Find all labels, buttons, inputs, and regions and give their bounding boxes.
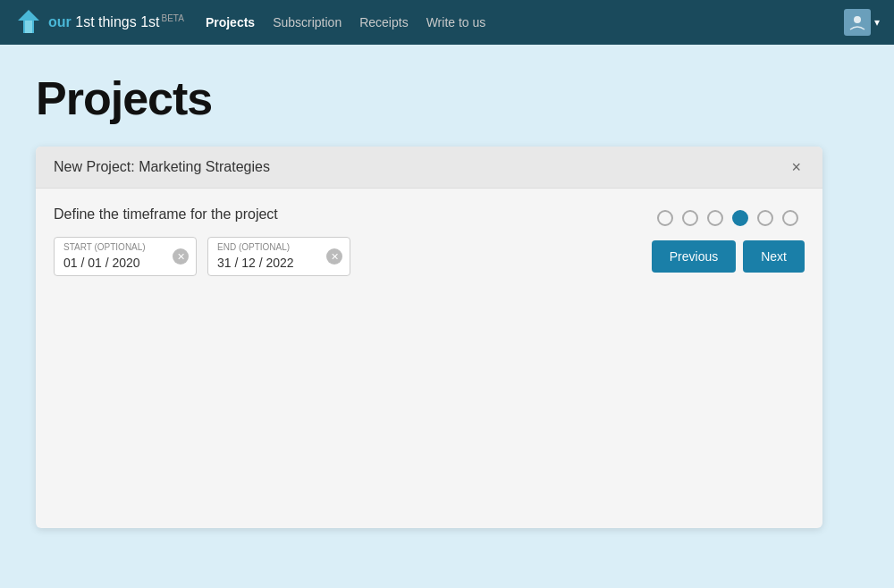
end-label: End (OPTIONAL)	[217, 243, 321, 252]
chevron-down-icon: ▾	[874, 16, 880, 29]
step-dots	[657, 210, 798, 226]
step-dot-4[interactable]	[732, 210, 748, 226]
start-value: 01 / 01 / 2020	[63, 256, 167, 270]
nav-link-write-to-us[interactable]: Write to us	[426, 15, 486, 29]
brand-text: our 1st things 1stBETA	[48, 13, 184, 30]
app-logo-icon	[14, 8, 43, 37]
page-title: Projects	[36, 71, 858, 125]
step-dot-2[interactable]	[682, 210, 698, 226]
avatar	[844, 9, 871, 36]
modal-close-button[interactable]: ×	[788, 159, 805, 175]
logo[interactable]: our 1st things 1stBETA	[14, 8, 184, 37]
navbar: our 1st things 1stBETA Projects Subscrip…	[0, 0, 894, 45]
user-menu[interactable]: ▾	[844, 9, 880, 36]
modal-header: New Project: Marketing Strategies ×	[36, 147, 822, 189]
nav-link-subscription[interactable]: Subscription	[273, 15, 342, 29]
step-dot-5[interactable]	[757, 210, 773, 226]
nav-link-projects[interactable]: Projects	[206, 15, 255, 29]
modal-body: Define the timeframe for the project Sta…	[36, 189, 822, 528]
next-button[interactable]: Next	[743, 240, 805, 273]
step-dot-3[interactable]	[707, 210, 723, 226]
previous-button[interactable]: Previous	[652, 240, 736, 273]
step-dot-1[interactable]	[657, 210, 673, 226]
modal-title: New Project: Marketing Strategies	[54, 159, 270, 175]
section-title: Define the timeframe for the project	[54, 206, 634, 223]
start-label: Start (OPTIONAL)	[63, 243, 167, 252]
end-date-field[interactable]: End (OPTIONAL) 31 / 12 / 2022 ✕	[207, 237, 350, 276]
end-clear-button[interactable]: ✕	[326, 248, 342, 265]
modal-row: Define the timeframe for the project Sta…	[54, 206, 805, 276]
end-value: 31 / 12 / 2022	[217, 256, 321, 270]
nav-links: Projects Subscription Receipts Write to …	[206, 15, 822, 29]
modal-left: Define the timeframe for the project Sta…	[54, 206, 634, 276]
start-clear-button[interactable]: ✕	[173, 248, 189, 265]
nav-link-receipts[interactable]: Receipts	[359, 15, 408, 29]
svg-rect-1	[25, 21, 32, 33]
svg-point-2	[854, 16, 861, 23]
nav-buttons: Previous Next	[652, 240, 805, 273]
modal-card: New Project: Marketing Strategies × Defi…	[36, 147, 822, 528]
page-content: Projects New Project: Marketing Strategi…	[0, 45, 894, 555]
date-fields: Start (OPTIONAL) 01 / 01 / 2020 ✕ End (O…	[54, 237, 634, 276]
start-date-field[interactable]: Start (OPTIONAL) 01 / 01 / 2020 ✕	[54, 237, 197, 276]
modal-right: Previous Next	[652, 206, 805, 273]
step-dot-6[interactable]	[782, 210, 798, 226]
user-icon	[849, 14, 865, 30]
